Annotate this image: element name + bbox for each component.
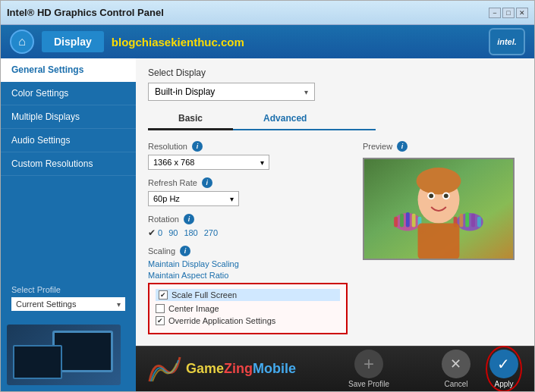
refresh-rate-value: 60p Hz <box>153 194 230 203</box>
profile-dropdown[interactable]: Current Settings ▾ <box>11 297 125 311</box>
sidebar-item-color-settings[interactable]: Color Settings <box>1 82 136 105</box>
titlebar: Intel® HD Graphics Control Panel − □ ✕ <box>1 1 534 25</box>
scale-full-label: Scale Full Screen <box>172 290 237 299</box>
rotation-info-icon[interactable]: i <box>184 214 194 224</box>
svg-rect-9 <box>394 217 398 227</box>
rotation-180[interactable]: 180 <box>184 228 197 237</box>
maximize-button[interactable]: □ <box>502 8 515 18</box>
tab-advanced[interactable]: Advanced <box>233 108 337 129</box>
rotation-options: ✔ 0 90 180 270 <box>148 227 348 238</box>
sidebar-item-general-settings[interactable]: General Settings <box>1 58 136 82</box>
intel-logo: intel. <box>489 28 525 55</box>
center-image-checkbox[interactable] <box>156 304 165 313</box>
svg-rect-18 <box>477 217 481 227</box>
profile-label: Select Profile <box>11 285 125 294</box>
svg-point-2 <box>417 168 461 194</box>
resolution-label: Resolution i <box>148 141 348 152</box>
select-display-section: Select Display Built-in Display ▾ <box>148 67 522 101</box>
profile-dropdown-arrow: ▾ <box>117 300 121 309</box>
refresh-info-icon[interactable]: i <box>202 177 212 188</box>
right-column: Preview i <box>363 141 522 342</box>
rotation-section: Rotation i ✔ 0 90 <box>148 214 348 238</box>
svg-point-6 <box>444 193 448 198</box>
profile-value: Current Settings <box>16 299 117 309</box>
override-app-option[interactable]: ✔ Override Application Settings <box>156 316 340 325</box>
logo-zing: Zing <box>224 361 253 376</box>
rotation-0[interactable]: ✔ 0 <box>148 227 162 238</box>
scaling-label: Scaling i <box>148 246 348 256</box>
select-display-value: Built-in Display <box>155 86 215 97</box>
apply-icon: ✓ <box>489 350 518 378</box>
svg-rect-11 <box>406 212 410 227</box>
rotation-0-check: ✔ <box>148 227 156 238</box>
sidebar-item-audio-settings[interactable]: Audio Settings <box>1 129 136 152</box>
footer-logo: GameZingMobile <box>148 356 296 383</box>
laptop-shape <box>13 345 62 379</box>
scale-full-screen-option[interactable]: ✔ Scale Full Screen <box>156 289 340 301</box>
sidebar-label-color: Color Settings <box>11 88 68 99</box>
monitor-illustration <box>7 325 121 385</box>
preview-info-icon[interactable]: i <box>397 141 408 152</box>
logo-game: Game <box>186 361 224 376</box>
sidebar-item-multiple-displays[interactable]: Multiple Displays <box>1 105 136 129</box>
svg-rect-12 <box>412 214 416 227</box>
window-controls: − □ ✕ <box>489 8 528 18</box>
sidebar-profile-section: Select Profile Current Settings ▾ <box>1 278 136 318</box>
apply-button-wrapper: ✓ Apply <box>486 346 522 391</box>
maintain-aspect-ratio-link[interactable]: Maintain Aspect Ratio <box>148 271 348 280</box>
sidebar: General Settings Color Settings Multiple… <box>1 58 136 391</box>
close-button[interactable]: ✕ <box>516 8 528 18</box>
footer: GameZingMobile + Save Profile ✕ Cancel <box>136 346 534 391</box>
left-column: Resolution i 1366 x 768 ▾ Refresh Ra <box>148 141 348 342</box>
svg-rect-16 <box>465 212 469 227</box>
site-url: blogchiasekienthuc.com <box>112 36 244 49</box>
resolution-dropdown[interactable]: 1366 x 768 ▾ <box>148 155 269 170</box>
apply-label: Apply <box>494 380 513 388</box>
cancel-icon: ✕ <box>442 350 470 378</box>
preview-svg <box>364 158 513 260</box>
dropdown-arrow-icon: ▾ <box>304 88 308 96</box>
scale-full-checkbox[interactable]: ✔ <box>159 290 168 299</box>
sidebar-label-multiple: Multiple Displays <box>11 111 80 122</box>
override-app-checkbox[interactable]: ✔ <box>156 316 165 325</box>
svg-rect-10 <box>400 214 404 227</box>
cancel-label: Cancel <box>444 380 467 388</box>
resolution-info-icon[interactable]: i <box>192 141 203 152</box>
sidebar-label-audio: Audio Settings <box>11 135 70 146</box>
save-label: Save Profile <box>348 380 389 388</box>
minimize-button[interactable]: − <box>489 8 501 18</box>
preview-label: Preview i <box>363 141 522 152</box>
maintain-display-scaling-link[interactable]: Maintain Display Scaling <box>148 259 348 268</box>
resolution-section: Resolution i 1366 x 768 ▾ <box>148 141 348 170</box>
basic-advanced-tabs: Basic Advanced <box>148 108 376 130</box>
resolution-arrow-icon: ▾ <box>260 158 264 167</box>
sidebar-spacer <box>1 176 136 278</box>
rotation-270[interactable]: 270 <box>204 228 218 237</box>
save-profile-button[interactable]: + Save Profile <box>348 350 389 388</box>
scaling-info-icon[interactable]: i <box>180 246 190 256</box>
resolution-value: 1366 x 768 <box>153 158 260 167</box>
app-window: Intel® HD Graphics Control Panel − □ ✕ ⌂… <box>0 0 535 392</box>
tab-basic[interactable]: Basic <box>148 108 233 130</box>
select-display-label: Select Display <box>148 67 522 78</box>
select-display-dropdown[interactable]: Built-in Display ▾ <box>148 83 315 101</box>
rotation-90[interactable]: 90 <box>168 228 178 237</box>
sidebar-label-general: General Settings <box>11 64 83 75</box>
center-image-option[interactable]: Center Image <box>156 304 340 313</box>
home-button[interactable]: ⌂ <box>10 30 34 54</box>
cancel-button[interactable]: ✕ Cancel <box>442 350 470 388</box>
refresh-rate-label: Refresh Rate i <box>148 177 348 188</box>
display-tab[interactable]: Display <box>42 31 104 52</box>
refresh-rate-dropdown[interactable]: 60p Hz ▾ <box>148 191 239 206</box>
footer-logo-text: GameZingMobile <box>186 361 296 377</box>
main-area: General Settings Color Settings Multiple… <box>1 58 534 391</box>
save-icon: + <box>354 350 383 378</box>
override-app-label: Override Application Settings <box>168 316 275 325</box>
apply-button[interactable]: ✓ Apply <box>489 350 518 388</box>
footer-actions: + Save Profile <box>348 350 389 388</box>
center-image-label: Center Image <box>168 304 219 313</box>
refresh-rate-section: Refresh Rate i 60p Hz ▾ <box>148 177 348 206</box>
rotation-label: Rotation i <box>148 214 348 224</box>
sidebar-label-custom: Custom Resolutions <box>11 158 93 169</box>
sidebar-item-custom-resolutions[interactable]: Custom Resolutions <box>1 152 136 176</box>
